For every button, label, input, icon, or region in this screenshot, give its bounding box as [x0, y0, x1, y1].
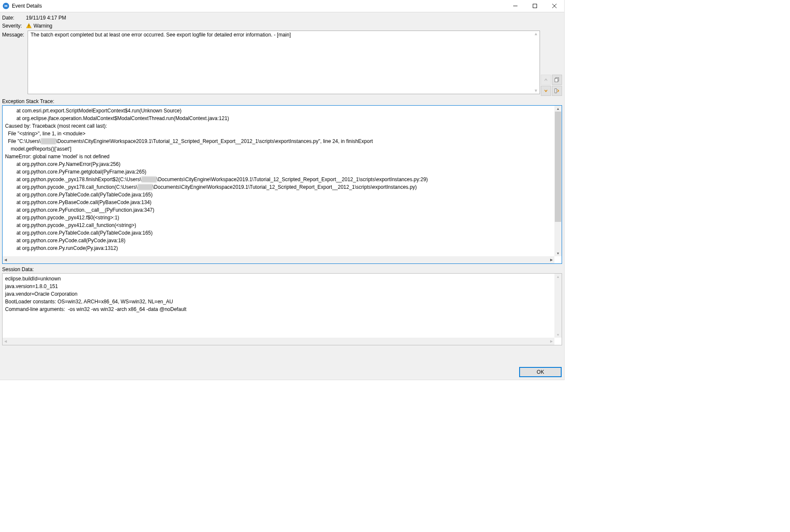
form-area: Date: 19/11/19 4:17 PM Severity: Warning: [0, 12, 564, 96]
date-row: Date: 19/11/19 4:17 PM: [2, 14, 562, 21]
scroll-down-icon: ▼: [534, 88, 538, 94]
scroll-up-icon: ▲: [554, 274, 562, 280]
scroll-down-icon: ▼: [554, 250, 562, 256]
severity-row: Severity: Warning: [2, 22, 562, 29]
window-title: Event Details: [12, 3, 42, 9]
scroll-thumb[interactable]: [555, 112, 561, 222]
next-event-button[interactable]: [541, 86, 551, 96]
titlebar: Event Details: [0, 0, 564, 12]
close-button[interactable]: [545, 0, 564, 12]
session-horizontal-scrollbar[interactable]: ◀ ▶: [3, 338, 554, 345]
scroll-up-icon: ▲: [554, 106, 562, 112]
svg-rect-5: [28, 25, 29, 26]
scroll-left-icon: ◀: [4, 258, 7, 262]
message-text: The batch export completed but at least …: [28, 31, 540, 39]
session-data-label: Session Data:: [2, 266, 564, 272]
trace-vertical-scrollbar[interactable]: ▲ ▼: [554, 106, 562, 256]
message-textarea[interactable]: The batch export completed but at least …: [28, 31, 540, 94]
date-value: 19/11/19 4:17 PM: [26, 14, 66, 21]
message-scrollbar[interactable]: ▲ ▼: [532, 31, 540, 94]
svg-rect-2: [533, 4, 537, 8]
message-label: Message:: [2, 31, 26, 38]
svg-rect-6: [28, 27, 29, 27]
content-area: Date: 19/11/19 4:17 PM Severity: Warning: [0, 12, 564, 380]
nav-buttons: [542, 31, 562, 96]
copy-event-button[interactable]: [552, 75, 562, 85]
svg-rect-8: [555, 78, 558, 82]
scroll-right-icon: ▶: [550, 258, 553, 262]
trace-horizontal-scrollbar[interactable]: ◀ ▶: [3, 256, 554, 263]
app-icon: [3, 3, 9, 9]
stack-trace-content: at com.esri.prt.export.ScriptModelExport…: [3, 106, 554, 256]
scroll-up-icon: ▲: [534, 31, 538, 37]
warning-icon: [26, 23, 32, 29]
scroll-left-icon: ◀: [4, 339, 7, 343]
session-vertical-scrollbar[interactable]: ▲ ▼: [554, 274, 562, 338]
date-label: Date:: [2, 14, 26, 21]
scroll-down-icon: ▼: [554, 332, 562, 338]
stack-trace-label: Exception Stack Trace:: [2, 98, 564, 104]
scroll-right-icon: ▶: [550, 339, 553, 343]
session-data-textarea[interactable]: eclipse.buildId=unknownjava.version=1.8.…: [2, 273, 562, 345]
severity-label: Severity:: [2, 22, 26, 29]
session-data-content: eclipse.buildId=unknownjava.version=1.8.…: [3, 274, 554, 338]
dialog-footer: OK: [0, 365, 564, 380]
svg-rect-9: [555, 89, 557, 93]
minimize-button[interactable]: [506, 0, 525, 12]
message-row: Message: The batch export completed but …: [2, 31, 562, 96]
prev-event-button[interactable]: [541, 75, 551, 85]
event-details-window: Event Details Date: 19/11/19 4:17 PM Sev…: [0, 0, 565, 380]
severity-value: Warning: [34, 23, 52, 29]
window-controls: [506, 0, 564, 12]
stack-trace-textarea[interactable]: at com.esri.prt.export.ScriptModelExport…: [2, 105, 562, 264]
maximize-button[interactable]: [525, 0, 545, 12]
ok-button[interactable]: OK: [519, 367, 562, 377]
show-details-button[interactable]: [552, 86, 562, 96]
